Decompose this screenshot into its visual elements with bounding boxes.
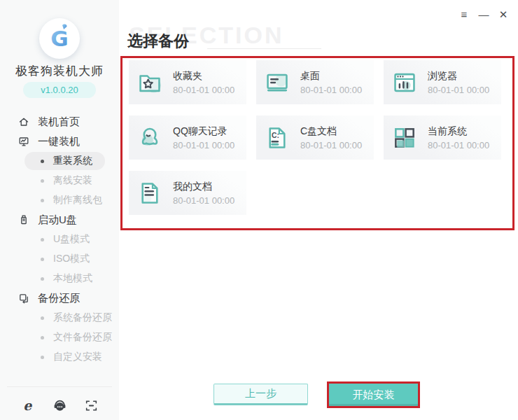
sidebar-item-system-backup-restore[interactable]: 系统备份还原	[0, 308, 119, 328]
backup-card-desktop[interactable]: 桌面 80-01-01 00:00	[256, 60, 374, 104]
svg-text:G: G	[50, 26, 68, 51]
svg-text:e: e	[23, 398, 32, 413]
sidebar-item-label: 自定义安装	[53, 351, 102, 363]
sidebar-item-custom-install[interactable]: 自定义安装	[0, 347, 119, 367]
bullet-icon	[41, 199, 44, 202]
sidebar: G 极客狗装机大师 v1.0.0.20 装机首页	[0, 0, 119, 420]
card-timestamp: 80-01-01 00:00	[300, 85, 362, 95]
sidebar-item-boot-usb[interactable]: 启动U盘	[0, 210, 119, 230]
sidebar-item-label: 系统备份还原	[53, 312, 112, 324]
dog-g-logo-icon: G	[39, 18, 80, 59]
sidebar-item-label: 制作离线包	[53, 194, 102, 206]
previous-step-button[interactable]: 上一步	[214, 384, 308, 405]
qq-icon	[136, 125, 163, 151]
sidebar-item-label: U盘模式	[53, 233, 90, 246]
c-drive-doc-icon: C:	[264, 125, 290, 151]
app-window: ≡ — ✕ G 极客狗装机大师 v1.0.0.20	[0, 0, 518, 420]
bullet-icon	[41, 336, 44, 340]
card-label: 浏览器	[428, 70, 489, 83]
card-label: C盘文档	[300, 125, 362, 138]
card-label: 桌面	[300, 70, 362, 83]
ie-browser-icon[interactable]: e	[21, 398, 36, 413]
minimize-icon[interactable]: —	[477, 7, 490, 21]
browser-icon	[391, 69, 418, 96]
backup-card-browser[interactable]: 浏览器 80-01-01 00:00	[384, 60, 501, 104]
desktop-icon	[264, 69, 290, 96]
sidebar-item-home[interactable]: 装机首页	[0, 112, 119, 132]
sidebar-item-offline-install[interactable]: 离线安装	[0, 171, 119, 190]
sidebar-item-label: 本地模式	[53, 272, 92, 285]
sidebar-item-one-key-install[interactable]: 一键装机	[0, 132, 119, 151]
sidebar-item-iso-mode[interactable]: ISO模式	[0, 249, 119, 269]
sidebar-item-label: ISO模式	[53, 253, 90, 265]
card-timestamp: 80-01-01 00:00	[173, 195, 234, 206]
card-timestamp: 80-01-01 00:00	[173, 85, 234, 95]
sidebar-item-local-mode[interactable]: 本地模式	[0, 269, 119, 288]
current-system-icon	[391, 125, 418, 151]
backup-card-c-drive-docs[interactable]: C: C盘文档 80-01-01 00:00	[256, 115, 374, 160]
card-label: QQ聊天记录	[173, 125, 234, 138]
monitor-chart-icon	[18, 136, 29, 147]
sidebar-divider	[7, 386, 112, 387]
bullet-icon	[41, 160, 44, 163]
support-headset-icon[interactable]	[52, 398, 67, 413]
version-badge: v1.0.0.20	[23, 82, 96, 98]
backup-card-my-documents[interactable]: 我的文档 80-01-01 00:00	[129, 171, 246, 215]
sidebar-item-backup-restore[interactable]: 备份还原	[0, 288, 119, 308]
card-label: 收藏夹	[173, 70, 234, 83]
sidebar-item-label: 重装系统	[53, 155, 92, 167]
backup-card-grid: 收藏夹 80-01-01 00:00 桌面 80-01-01 00:00	[129, 60, 501, 215]
card-label: 我的文档	[173, 181, 234, 193]
usb-drive-icon	[18, 214, 29, 225]
sidebar-item-label: 一键装机	[38, 135, 80, 148]
window-controls: ≡ — ✕	[458, 7, 510, 21]
bullet-icon	[41, 277, 44, 281]
close-icon[interactable]: ✕	[497, 7, 510, 21]
card-timestamp: 80-01-01 00:00	[428, 140, 489, 150]
app-logo: G	[39, 18, 80, 59]
card-timestamp: 80-01-01 00:00	[428, 85, 489, 95]
svg-text:C:: C:	[272, 132, 279, 139]
home-icon	[18, 116, 29, 127]
card-label: 当前系统	[428, 125, 489, 138]
start-install-button[interactable]: 开始安装	[327, 382, 420, 408]
sidebar-item-label: 装机首页	[38, 115, 80, 129]
card-timestamp: 80-01-01 00:00	[173, 140, 234, 150]
sidebar-nav: 装机首页 一键装机 重装系统 离线安装	[0, 112, 119, 367]
sidebar-footer: e	[0, 395, 119, 416]
sidebar-item-label: 文件备份还原	[53, 331, 112, 344]
bullet-icon	[41, 238, 44, 241]
sidebar-item-file-backup-restore[interactable]: 文件备份还原	[0, 328, 119, 347]
qr-scan-icon[interactable]	[84, 398, 99, 413]
backup-card-qq-history[interactable]: QQ聊天记录 80-01-01 00:00	[129, 115, 246, 160]
sidebar-item-label: 离线安装	[53, 174, 92, 187]
sidebar-item-label: 启动U盘	[38, 214, 77, 227]
bullet-icon	[41, 356, 44, 359]
app-name: 极客狗装机大师	[0, 63, 119, 79]
bullet-icon	[41, 179, 44, 183]
bullet-icon	[41, 258, 44, 261]
page-title: 选择备份	[127, 31, 189, 52]
sidebar-item-usb-mode[interactable]: U盘模式	[0, 230, 119, 249]
card-timestamp: 80-01-01 00:00	[300, 140, 362, 150]
backup-card-current-system[interactable]: 当前系统 80-01-01 00:00	[384, 115, 501, 160]
sidebar-item-make-offline-pack[interactable]: 制作离线包	[0, 190, 119, 210]
sidebar-item-label: 备份还原	[38, 292, 80, 305]
backup-restore-icon	[18, 293, 29, 304]
favorites-folder-icon	[136, 69, 163, 96]
sidebar-item-reinstall-system[interactable]: 重装系统	[0, 151, 119, 171]
my-documents-icon	[136, 180, 163, 206]
title-underline	[207, 48, 321, 49]
backup-card-favorites[interactable]: 收藏夹 80-01-01 00:00	[129, 60, 246, 104]
bullet-icon	[41, 316, 44, 320]
menu-icon[interactable]: ≡	[458, 7, 470, 21]
